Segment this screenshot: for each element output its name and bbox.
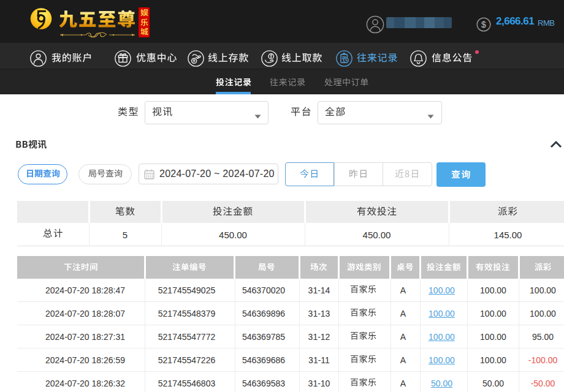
svg-text:$: $ [481,20,486,29]
